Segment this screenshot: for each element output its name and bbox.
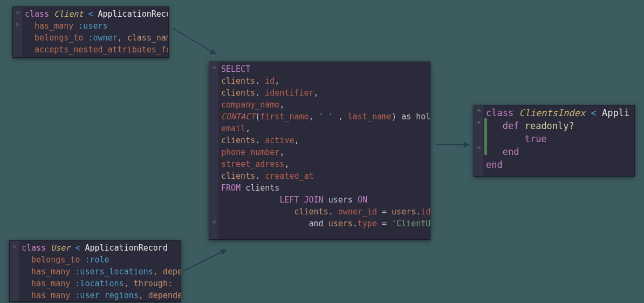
fold-icon: ⊖ [211, 64, 217, 69]
code-content: class ClientsIndex < Appli def readonly?… [474, 105, 634, 172]
editor-gutter: ⊖ ⊖ [209, 62, 219, 239]
code-content: SELECTclients. id,clients. identifier,co… [209, 62, 430, 231]
indent-guide [484, 118, 487, 155]
code-block-clients-index: ⊖ ⊖ ⊖ class ClientsIndex < Appli def rea… [474, 105, 635, 177]
svg-marker-3 [221, 250, 227, 254]
fold-icon: ⊖ [11, 243, 18, 247]
svg-line-0 [173, 28, 216, 54]
code-block-user-model: ⊖ class User < ApplicationRecord belongs… [9, 240, 181, 302]
code-content: class User < ApplicationRecord belongs_t… [10, 241, 181, 302]
code-block-client-model: ⊖ ▷ class Client < ApplicationRecord has… [12, 6, 169, 58]
svg-marker-5 [464, 142, 469, 147]
fold-icon: ⊖ [476, 107, 482, 112]
fold-icon: ▷ [15, 21, 21, 25]
fold-icon: ⊖ [476, 144, 482, 149]
editor-gutter: ⊖ ▷ [13, 7, 23, 57]
svg-marker-1 [210, 49, 216, 54]
svg-line-2 [183, 250, 227, 271]
fold-icon: ⊖ [15, 9, 21, 14]
fold-icon: ⊖ [476, 119, 482, 124]
code-content: class Client < ApplicationRecord has_man… [13, 7, 168, 57]
editor-gutter: ⊖ ⊖ ⊖ [474, 105, 484, 176]
code-block-sql-view: ⊖ ⊖ SELECTclients. id,clients. identifie… [209, 62, 430, 240]
editor-gutter: ⊖ [10, 241, 19, 301]
fold-icon: ⊖ [211, 219, 217, 223]
